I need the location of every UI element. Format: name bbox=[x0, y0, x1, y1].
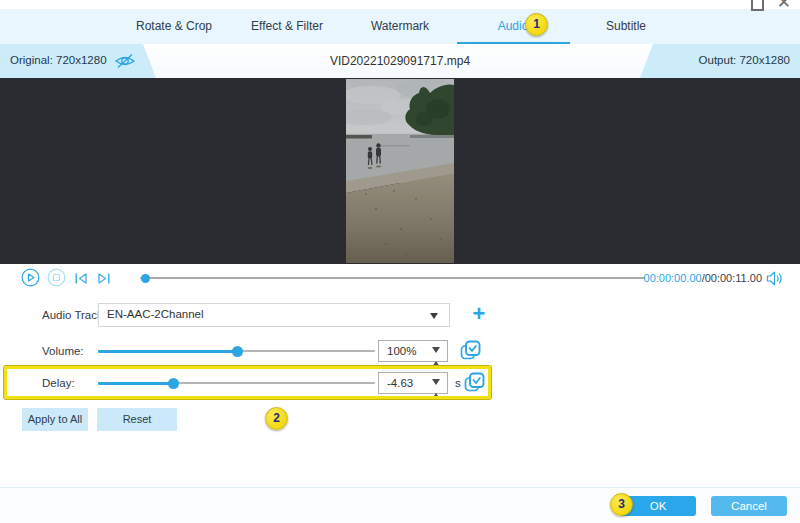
step-1-badge: 1 bbox=[525, 13, 548, 36]
preview-toggle-button[interactable] bbox=[113, 52, 137, 70]
video-preview bbox=[346, 79, 454, 263]
video-stage bbox=[0, 78, 800, 264]
spin-down-icon bbox=[432, 347, 440, 370]
step-3-badge: 3 bbox=[610, 493, 633, 516]
time-display: 00:00:00.00/00:00:11.00 bbox=[638, 272, 762, 284]
volume-value: 100% bbox=[387, 345, 416, 357]
delay-apply-to-tracks-button[interactable] bbox=[464, 372, 486, 394]
tab-rotate-crop[interactable]: Rotate & Crop bbox=[118, 9, 231, 44]
tab-effect-filter[interactable]: Effect & Filter bbox=[231, 9, 344, 44]
volume-slider-fill bbox=[98, 350, 237, 353]
tab-watermark[interactable]: Watermark bbox=[344, 9, 457, 44]
info-bar: Original: 720x1280 VID20221029091717.mp4… bbox=[0, 44, 800, 78]
seek-handle[interactable] bbox=[141, 274, 150, 283]
delay-label: Delay: bbox=[42, 377, 75, 389]
close-icon: ✕ bbox=[777, 0, 791, 12]
previous-frame-icon bbox=[74, 272, 88, 285]
volume-spinbox[interactable]: 100% bbox=[378, 340, 448, 362]
stop-button[interactable] bbox=[47, 268, 66, 291]
delay-spinbox[interactable]: -4.63 bbox=[378, 372, 448, 394]
audio-track-label: Audio Track: bbox=[42, 309, 106, 321]
step-2-badge: 2 bbox=[265, 407, 288, 430]
spin-down-icon bbox=[432, 379, 440, 402]
transport-bar: 00:00:00.00/00:00:11.00 bbox=[0, 264, 800, 292]
chevron-down-icon bbox=[430, 313, 438, 319]
delay-value: -4.63 bbox=[387, 377, 413, 389]
speaker-icon bbox=[766, 271, 783, 286]
audio-track-select[interactable]: EN-AAC-2Channel bbox=[98, 303, 450, 327]
maximize-button[interactable] bbox=[751, 0, 764, 11]
add-audio-track-button[interactable]: + bbox=[466, 301, 492, 327]
delay-slider-fill bbox=[98, 382, 173, 385]
video-filename: VID20221029091717.mp4 bbox=[200, 44, 600, 78]
next-frame-button[interactable] bbox=[97, 271, 111, 289]
audio-settings-window: ✕ Rotate & Crop Effect & Filter Watermar… bbox=[0, 0, 800, 523]
volume-spin-down-button[interactable] bbox=[432, 353, 441, 359]
copy-check-icon bbox=[464, 372, 485, 393]
output-resolution-label: Output: 720x1280 bbox=[699, 54, 790, 66]
footer-bar: OK Cancel bbox=[0, 487, 800, 523]
delay-spin-down-button[interactable] bbox=[432, 385, 441, 391]
titlebar bbox=[0, 0, 800, 9]
volume-label: Volume: bbox=[42, 345, 84, 357]
previous-frame-button[interactable] bbox=[74, 271, 88, 289]
next-frame-icon bbox=[97, 272, 111, 285]
delay-slider[interactable] bbox=[98, 382, 375, 384]
tab-audio[interactable]: Audio bbox=[457, 9, 570, 44]
stop-icon bbox=[47, 268, 66, 287]
play-icon bbox=[21, 268, 40, 287]
play-button[interactable] bbox=[21, 268, 40, 291]
output-resolution-chip: Output: 720x1280 bbox=[640, 44, 800, 78]
original-resolution-label: Original: 720x1280 bbox=[10, 54, 107, 66]
delay-slider-handle[interactable] bbox=[168, 378, 179, 389]
tab-subtitle[interactable]: Subtitle bbox=[570, 9, 683, 44]
audio-track-value: EN-AAC-2Channel bbox=[107, 308, 204, 320]
eye-off-icon bbox=[113, 52, 137, 70]
apply-to-all-button[interactable]: Apply to All bbox=[22, 408, 88, 431]
tab-bar: Rotate & Crop Effect & Filter Watermark … bbox=[0, 9, 800, 44]
volume-slider-handle[interactable] bbox=[232, 346, 243, 357]
current-time: 00:00:00.00 bbox=[644, 272, 702, 284]
seek-slider[interactable] bbox=[140, 277, 645, 279]
volume-apply-to-tracks-button[interactable] bbox=[460, 340, 482, 362]
delay-unit-label: s bbox=[455, 377, 461, 389]
close-button[interactable]: ✕ bbox=[777, 0, 791, 12]
total-time: 00:00:11.00 bbox=[705, 272, 762, 284]
reset-button[interactable]: Reset bbox=[97, 408, 177, 431]
volume-slider[interactable] bbox=[98, 350, 375, 352]
mute-button[interactable] bbox=[766, 271, 783, 290]
plus-icon: + bbox=[473, 301, 486, 326]
maximize-icon bbox=[751, 0, 764, 11]
copy-check-icon bbox=[460, 340, 481, 361]
cancel-button[interactable]: Cancel bbox=[711, 496, 787, 516]
